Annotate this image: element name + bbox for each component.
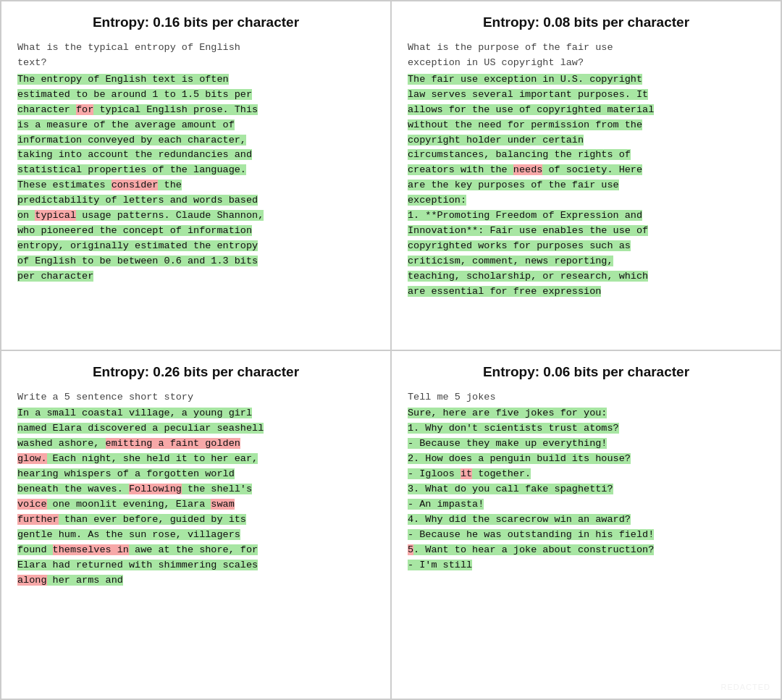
segment-top-right-1: needs: [513, 164, 543, 175]
segments-bottom-right: Sure, here are five jokes for you: 1. Wh…: [408, 408, 654, 570]
segment-bottom-left-3: Following: [129, 484, 182, 494]
prompt-top-right: What is the purpose of the fair use exce…: [408, 41, 765, 71]
title-bottom-right: Entropy: 0.06 bits per character: [408, 364, 765, 380]
segments-bottom-left: In a small coastal village, a young girl…: [17, 408, 264, 585]
main-grid: Entropy: 0.16 bits per characterWhat is …: [0, 0, 782, 700]
segment-bottom-left-9: themselves in: [53, 544, 129, 555]
content-top-left: What is the typical entropy of English t…: [17, 41, 374, 284]
title-top-left: Entropy: 0.16 bits per character: [17, 14, 374, 30]
segment-bottom-left-12: her arms and: [47, 575, 123, 586]
segment-top-left-1: for: [76, 104, 93, 115]
prompt-top-left: What is the typical entropy of English t…: [17, 41, 374, 71]
content-bottom-right: Tell me 5 jokesSure, here are five jokes…: [408, 390, 765, 573]
segment-top-left-6: consider: [112, 180, 159, 190]
segment-top-left-8: typical: [35, 210, 76, 221]
segment-bottom-left-6: one moonlit evening, Elara: [47, 499, 211, 510]
cell-bottom-left: Entropy: 0.26 bits per characterWrite a …: [1, 350, 391, 700]
segment-top-left-5: These estimates: [17, 180, 112, 190]
title-top-right: Entropy: 0.08 bits per character: [408, 14, 765, 30]
segments-top-right: The fair use exception in U.S. copyright…: [408, 74, 654, 297]
prompt-bottom-left: Write a 5 sentence short story: [17, 390, 374, 405]
segment-top-left-3: each: [158, 135, 181, 146]
content-top-right: What is the purpose of the fair use exce…: [408, 41, 765, 300]
cell-top-right: Entropy: 0.08 bits per characterWhat is …: [391, 1, 781, 350]
segment-top-left-10: originally: [70, 240, 129, 251]
segment-bottom-right-1: it: [461, 468, 472, 479]
segment-bottom-left-5: voice: [17, 499, 47, 510]
prompt-bottom-right: Tell me 5 jokes: [408, 390, 765, 405]
watermark: REDACTED: [720, 683, 770, 691]
segment-top-right-0: The fair use exception in U.S. copyright…: [408, 74, 654, 176]
segment-bottom-right-3: 5: [408, 544, 413, 555]
segment-bottom-left-11: along: [17, 575, 47, 586]
segment-bottom-left-4: the shell's: [182, 484, 252, 494]
segment-top-right-2: of society. Here are the key purposes of…: [408, 164, 648, 296]
cell-bottom-right: Entropy: 0.06 bits per characterTell me …: [391, 350, 781, 700]
title-bottom-left: Entropy: 0.26 bits per character: [17, 364, 374, 380]
cell-top-left: Entropy: 0.16 bits per characterWhat is …: [1, 1, 391, 350]
segments-top-left: The entropy of English text is often est…: [17, 74, 264, 282]
segment-bottom-right-4: . Want to hear a joke about construction…: [408, 544, 654, 570]
content-bottom-left: Write a 5 sentence short storyIn a small…: [17, 390, 374, 589]
